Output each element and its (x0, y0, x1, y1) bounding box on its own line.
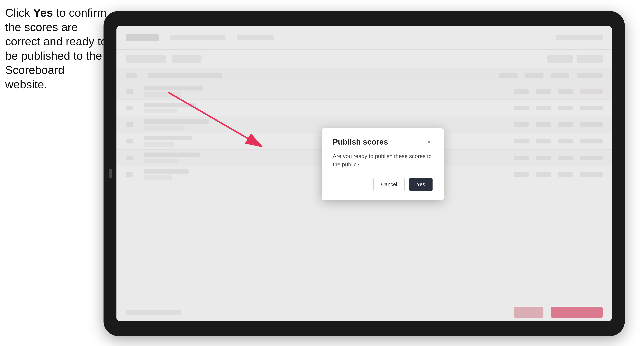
modal-title: Publish scores (333, 138, 388, 146)
publish-scores-dialog: Publish scores × Are you ready to publis… (322, 128, 444, 200)
tablet-screen: Publish scores × Are you ready to publis… (116, 26, 612, 321)
bold-yes: Yes (33, 6, 53, 19)
tablet-camera (109, 169, 112, 178)
modal-body-text: Are you ready to publish these scores to… (333, 152, 432, 169)
modal-close-button[interactable]: × (425, 138, 432, 146)
instruction-text: Click Yes to confirm the scores are corr… (5, 5, 109, 91)
cancel-button[interactable]: Cancel (373, 178, 405, 191)
yes-button[interactable]: Yes (409, 178, 432, 191)
modal-overlay: Publish scores × Are you ready to publis… (116, 26, 612, 321)
tablet-device: Publish scores × Are you ready to publis… (104, 11, 625, 336)
modal-footer: Cancel Yes (333, 178, 432, 191)
modal-title-row: Publish scores × (333, 138, 432, 146)
